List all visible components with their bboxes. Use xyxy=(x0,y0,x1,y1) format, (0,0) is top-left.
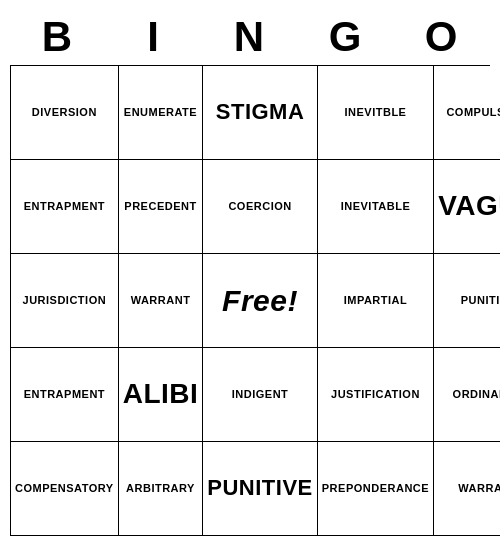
cell-text: ARBITRARY xyxy=(126,481,195,495)
cell-text: COMPENSATORY xyxy=(15,481,114,495)
cell-r2-c1[interactable]: WARRANT xyxy=(119,254,204,348)
cell-text: INEVITBLE xyxy=(344,105,406,119)
header-letter: G xyxy=(298,9,394,65)
cell-text: STIGMA xyxy=(216,98,305,127)
cell-text: COERCION xyxy=(228,199,291,213)
cell-r2-c0[interactable]: JURISDICTION xyxy=(11,254,119,348)
cell-r4-c4[interactable]: WARRANT xyxy=(434,442,500,536)
cell-text: ORDINANCE xyxy=(453,387,500,401)
cell-r1-c1[interactable]: PRECEDENT xyxy=(119,160,204,254)
bingo-header: BINGO xyxy=(10,9,490,65)
header-letter: I xyxy=(106,9,202,65)
cell-r4-c1[interactable]: ARBITRARY xyxy=(119,442,204,536)
cell-r0-c3[interactable]: INEVITBLE xyxy=(318,66,434,160)
cell-text: ENUMERATE xyxy=(124,105,197,119)
cell-r2-c2[interactable]: Free! xyxy=(203,254,317,348)
cell-r2-c3[interactable]: IMPARTIAL xyxy=(318,254,434,348)
cell-r1-c3[interactable]: INEVITABLE xyxy=(318,160,434,254)
cell-text: ENTRAPMENT xyxy=(24,199,105,213)
cell-r4-c0[interactable]: COMPENSATORY xyxy=(11,442,119,536)
cell-text: PREPONDERANCE xyxy=(322,481,429,495)
cell-text: WARRANT xyxy=(131,293,191,307)
cell-text: VAGUE xyxy=(438,188,500,224)
cell-text: INDIGENT xyxy=(232,387,289,401)
cell-r3-c1[interactable]: ALIBI xyxy=(119,348,204,442)
cell-text: PUNITIVE xyxy=(207,474,312,503)
cell-r3-c3[interactable]: JUSTIFICATION xyxy=(318,348,434,442)
header-letter: B xyxy=(10,9,106,65)
cell-text: IMPARTIAL xyxy=(344,293,408,307)
cell-r1-c2[interactable]: COERCION xyxy=(203,160,317,254)
cell-text: COMPULSORY xyxy=(446,105,500,119)
cell-r0-c2[interactable]: STIGMA xyxy=(203,66,317,160)
header-letter: N xyxy=(202,9,298,65)
cell-r3-c0[interactable]: ENTRAPMENT xyxy=(11,348,119,442)
cell-text: JURISDICTION xyxy=(23,293,107,307)
cell-text: PRECEDENT xyxy=(124,199,196,213)
cell-r3-c4[interactable]: ORDINANCE xyxy=(434,348,500,442)
cell-text: JUSTIFICATION xyxy=(331,387,420,401)
cell-r4-c3[interactable]: PREPONDERANCE xyxy=(318,442,434,536)
bingo-card: BINGO DIVERSIONENUMERATESTIGMAINEVITBLEC… xyxy=(10,9,490,536)
cell-text: WARRANT xyxy=(458,481,500,495)
cell-r0-c1[interactable]: ENUMERATE xyxy=(119,66,204,160)
cell-r0-c4[interactable]: COMPULSORY xyxy=(434,66,500,160)
cell-r4-c2[interactable]: PUNITIVE xyxy=(203,442,317,536)
cell-text: ALIBI xyxy=(123,376,199,412)
cell-text: ENTRAPMENT xyxy=(24,387,105,401)
header-letter: O xyxy=(394,9,490,65)
cell-r1-c0[interactable]: ENTRAPMENT xyxy=(11,160,119,254)
cell-r0-c0[interactable]: DIVERSION xyxy=(11,66,119,160)
cell-text: Free! xyxy=(222,281,298,320)
cell-text: INEVITABLE xyxy=(341,199,411,213)
cell-text: DIVERSION xyxy=(32,105,97,119)
cell-r2-c4[interactable]: PUNITIVE xyxy=(434,254,500,348)
bingo-grid: DIVERSIONENUMERATESTIGMAINEVITBLECOMPULS… xyxy=(10,65,490,536)
cell-r3-c2[interactable]: INDIGENT xyxy=(203,348,317,442)
cell-text: PUNITIVE xyxy=(461,293,500,307)
cell-r1-c4[interactable]: VAGUE xyxy=(434,160,500,254)
